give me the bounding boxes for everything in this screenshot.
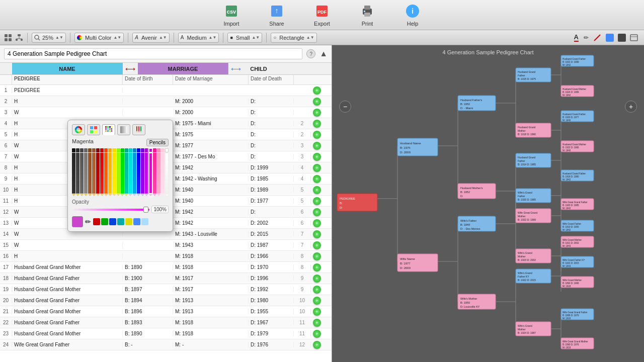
opacity-slider[interactable] — [72, 209, 149, 211]
add-row-button[interactable]: + — [313, 252, 321, 260]
line-tool-button[interactable] — [594, 34, 601, 41]
table-row[interactable]: 17 Husband Great Grand Mother B: 1890 M:… — [0, 262, 332, 273]
table-row[interactable]: 22 Husband Great Grand Father B: 1893 M:… — [0, 317, 332, 328]
add-row-button[interactable]: + — [313, 319, 321, 327]
add-cell: + — [311, 297, 323, 305]
scroll-up-arrow[interactable]: ▲ — [319, 49, 328, 58]
add-row-button[interactable]: + — [313, 275, 321, 283]
zoom-select[interactable]: 25% ▲▼ — [32, 33, 66, 43]
pencil-tool-button[interactable]: ✏ — [584, 34, 589, 41]
swatch-lightblue[interactable] — [133, 218, 140, 225]
swatch-cyan[interactable] — [117, 218, 124, 225]
table-row[interactable]: 23 Husband Great Grand Mother B: 1890 M:… — [0, 328, 332, 339]
chart-title-input[interactable] — [4, 48, 302, 59]
share-button[interactable]: ↑ Share — [264, 3, 289, 27]
table-row[interactable]: 2 H M: 2000 D: + — [0, 96, 332, 107]
shape-select[interactable]: ○ Rectangle ▲▼ — [271, 33, 316, 43]
grid-palette-tab[interactable] — [102, 124, 115, 135]
table-row[interactable]: 3 W M: 2000 D: + — [0, 107, 332, 118]
row-number: 20 — [0, 298, 12, 303]
row-child: 7 — [294, 231, 311, 237]
help-button[interactable]: i Help — [400, 3, 425, 27]
svg-text:M: 1942: M: 1942 — [562, 229, 571, 231]
import-button[interactable]: csv Import — [219, 3, 244, 27]
add-row-button[interactable]: + — [313, 153, 321, 161]
add-row-button[interactable]: + — [313, 208, 321, 216]
add-row-button[interactable]: + — [313, 286, 321, 294]
grid-view-button[interactable] — [4, 34, 12, 42]
add-row-button[interactable]: + — [313, 175, 321, 183]
svg-text:B: 1890  D: 1966: B: 1890 D: 1966 — [562, 282, 579, 285]
size-select[interactable]: ■ Small ▲▼ — [227, 33, 262, 43]
color-wheel-tab[interactable] — [72, 124, 85, 135]
row-dod: D: 1989 — [249, 187, 294, 193]
table-row[interactable]: 24 Wife Great Grand Father B: - M: - D: … — [0, 339, 332, 350]
svg-text:B: 1921  D: 2002: B: 1921 D: 2002 — [562, 242, 579, 244]
add-row-button[interactable]: + — [313, 297, 321, 305]
help-question-button[interactable]: ? — [306, 49, 315, 58]
table-row[interactable]: 21 Husband Great Grand Mother B: 1896 M:… — [0, 306, 332, 317]
font-color-button[interactable]: A — [574, 33, 579, 42]
add-row-button[interactable]: + — [313, 131, 321, 139]
row-name: W — [12, 242, 123, 248]
add-row-button[interactable]: + — [313, 330, 321, 338]
table-row[interactable]: 20 Husband Great Grand Father B: 1894 M:… — [0, 295, 332, 306]
zoom-in-button[interactable]: + — [625, 101, 637, 113]
row-dod: D: — [249, 143, 294, 148]
add-row-button[interactable]: + — [313, 186, 321, 194]
marriage-arrow: ⟷ — [228, 63, 244, 74]
pencils-tab[interactable] — [132, 124, 145, 135]
window-button[interactable] — [630, 34, 638, 41]
hierarchy-view-button[interactable] — [15, 34, 23, 42]
svg-text:B:: B: — [340, 202, 343, 205]
svg-text:Mother: Mother — [518, 215, 526, 218]
swatch-red[interactable] — [93, 218, 100, 225]
row-number: 1 — [0, 87, 12, 93]
add-row-button[interactable]: + — [313, 263, 321, 272]
table-row[interactable]: 18 Husband Great Grand Father B: 1900 M:… — [0, 273, 332, 284]
table-row[interactable]: 15 W M: 1943 D: 1987 7 + — [0, 240, 332, 251]
svg-rect-48 — [140, 126, 141, 131]
row-number: 11 — [0, 198, 12, 204]
table-row[interactable]: 1 PEDIGREE + — [0, 85, 332, 96]
color-palette-tab[interactable] — [87, 124, 100, 135]
table-row[interactable]: 16 H M: 1918 D: 1966 8 + — [0, 251, 332, 262]
add-row-button[interactable]: + — [313, 164, 321, 172]
gradient-tab[interactable] — [117, 124, 130, 135]
add-row-button[interactable]: + — [313, 219, 321, 227]
row-dod: D: 1980 — [249, 298, 294, 303]
svg-text:B: 1890  D: 1976: B: 1890 D: 1976 — [562, 343, 579, 346]
add-row-button[interactable]: + — [313, 98, 321, 106]
print-button[interactable]: Print — [355, 3, 380, 27]
row-number: 24 — [0, 342, 12, 347]
swatch-green[interactable] — [101, 218, 108, 225]
table-row[interactable]: 19 Husband Great Grand Mother B: 1897 M:… — [0, 284, 332, 295]
add-row-button[interactable]: + — [313, 142, 321, 150]
add-row-button[interactable]: + — [313, 341, 321, 349]
fill-dark-button[interactable] — [618, 34, 626, 42]
fill-blue-button[interactable] — [606, 34, 614, 42]
add-row-button[interactable]: + — [313, 120, 321, 128]
font-select[interactable]: A Avenir ▲▼ — [132, 33, 170, 43]
svg-marker-51 — [140, 131, 141, 133]
zoom-out-button[interactable]: − — [339, 101, 351, 113]
pencils-button[interactable]: Pencils — [146, 139, 169, 146]
row-dom: M: 1918 — [173, 320, 249, 325]
swatch-blue[interactable] — [109, 218, 116, 225]
row-number: 6 — [0, 143, 12, 148]
swatch-skyblue[interactable] — [141, 218, 148, 225]
export-button[interactable]: PDF Export — [309, 3, 335, 27]
font-weight-select[interactable]: A Medium ▲▼ — [178, 33, 219, 43]
add-row-button[interactable]: + — [313, 241, 321, 249]
svg-text:Husband Grand: Husband Grand — [518, 156, 536, 159]
add-row-button[interactable]: + — [313, 230, 321, 238]
row-dod: D: 1992 — [249, 287, 294, 292]
add-row-button[interactable]: + — [313, 308, 321, 316]
svg-rect-9 — [364, 11, 365, 12]
svg-rect-32 — [94, 130, 97, 133]
swatch-yellow[interactable] — [125, 218, 132, 225]
add-row-button[interactable]: + — [313, 197, 321, 205]
color-mode-select[interactable]: Multi Color ▲▼ — [74, 33, 124, 43]
add-row-button[interactable]: + — [313, 109, 321, 117]
add-row-button[interactable]: + — [313, 86, 321, 95]
